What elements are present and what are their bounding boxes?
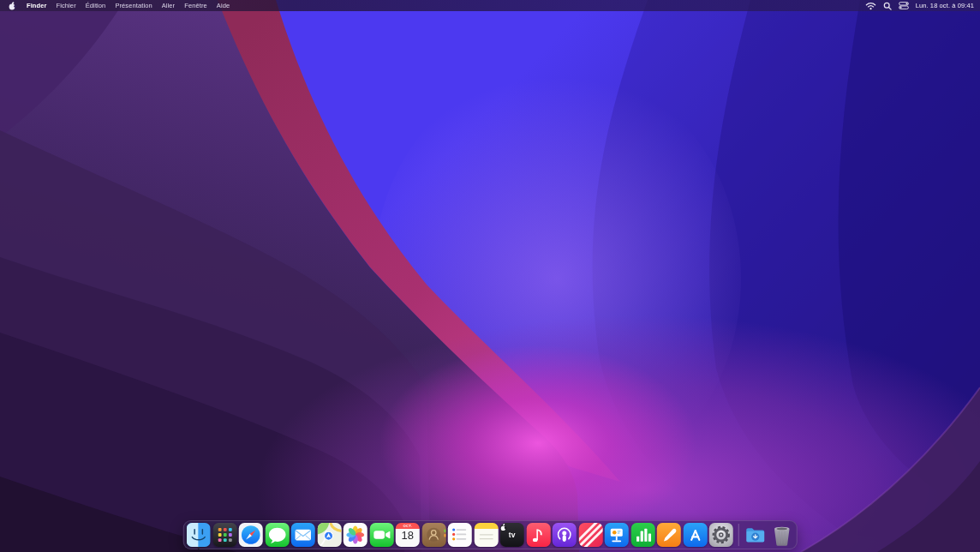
dock-item-finder[interactable] [187, 523, 211, 547]
podcasts-icon [553, 523, 577, 547]
menu-aller[interactable]: Aller [162, 2, 176, 9]
dock-item-calendar[interactable]: OCT. 18 [396, 523, 420, 547]
calendar-month-label: OCT. [396, 524, 420, 528]
spotlight-search-icon[interactable] [883, 2, 892, 10]
app-menus: Finder Fichier Édition Présentation Alle… [27, 2, 230, 9]
menu-bar: Finder Fichier Édition Présentation Alle… [0, 0, 980, 11]
dock-item-contacts[interactable] [421, 523, 445, 547]
wifi-icon[interactable] [865, 2, 876, 10]
dock-item-downloads[interactable] [744, 523, 768, 547]
facetime-camera-icon [369, 523, 393, 547]
menu-aide[interactable]: Aide [217, 2, 230, 9]
dock-item-keynote[interactable] [605, 523, 629, 547]
dock-separator [738, 524, 738, 546]
dock-item-system-preferences[interactable] [709, 523, 733, 547]
reminders-list-icon [448, 523, 472, 547]
wallpaper-monterey [0, 0, 980, 552]
dock-item-numbers[interactable] [630, 523, 654, 547]
dock-item-facetime[interactable] [369, 523, 393, 547]
notes-icon [474, 523, 498, 547]
dock-item-maps[interactable] [317, 523, 341, 547]
safari-compass-icon [239, 523, 263, 547]
menu-bar-clock[interactable]: Lun. 18 oct. à 09:41 [916, 2, 974, 9]
control-center-icon[interactable] [899, 2, 909, 9]
maps-icon [317, 523, 341, 547]
photos-pinwheel-icon [344, 523, 368, 547]
desktop: Finder Fichier Édition Présentation Alle… [0, 0, 980, 552]
downloads-folder-icon [744, 523, 768, 547]
status-area: Lun. 18 oct. à 09:41 [865, 2, 974, 10]
dock-item-reminders[interactable] [448, 523, 472, 547]
dock-item-mail[interactable] [291, 523, 315, 547]
dock-item-trash[interactable] [769, 523, 793, 547]
contacts-person-icon [421, 523, 445, 547]
pages-pen-icon [657, 523, 681, 547]
dock-item-notes[interactable] [474, 523, 498, 547]
calendar-day-label: 18 [396, 529, 420, 542]
menu-fichier[interactable]: Fichier [57, 2, 76, 9]
dock-item-apple-tv[interactable]: tv [500, 523, 524, 547]
dock: OCT. 18 [183, 520, 798, 549]
menu-finder[interactable]: Finder [27, 2, 47, 9]
menu-edition[interactable]: Édition [86, 2, 106, 9]
apple-menu[interactable] [8, 1, 17, 11]
dock-item-safari[interactable] [239, 523, 263, 547]
news-icon [578, 523, 602, 547]
mail-envelope-icon [291, 523, 315, 547]
menu-fenetre[interactable]: Fenêtre [184, 2, 207, 9]
dock-item-launchpad[interactable] [212, 523, 236, 547]
apple-logo-small-icon [500, 523, 507, 532]
dock-item-messages[interactable] [265, 523, 289, 547]
keynote-podium-icon [605, 523, 629, 547]
dock-item-app-store[interactable] [683, 523, 707, 547]
dock-item-pages[interactable] [657, 523, 681, 547]
menu-presentation[interactable]: Présentation [115, 2, 152, 9]
dock-item-music[interactable] [526, 523, 550, 547]
app-store-icon [683, 523, 707, 547]
apple-tv-label: tv [509, 531, 516, 539]
running-indicator [198, 547, 200, 549]
messages-bubble-icon [265, 523, 289, 547]
dock-item-photos[interactable] [344, 523, 368, 547]
trash-icon [769, 523, 793, 547]
apple-icon [8, 1, 17, 11]
dock-item-podcasts[interactable] [553, 523, 577, 547]
dock-item-news[interactable] [578, 523, 602, 547]
gear-icon [709, 523, 733, 547]
numbers-chart-icon [630, 523, 654, 547]
finder-icon [187, 523, 211, 547]
launchpad-icon [212, 523, 236, 547]
music-note-icon [526, 523, 550, 547]
